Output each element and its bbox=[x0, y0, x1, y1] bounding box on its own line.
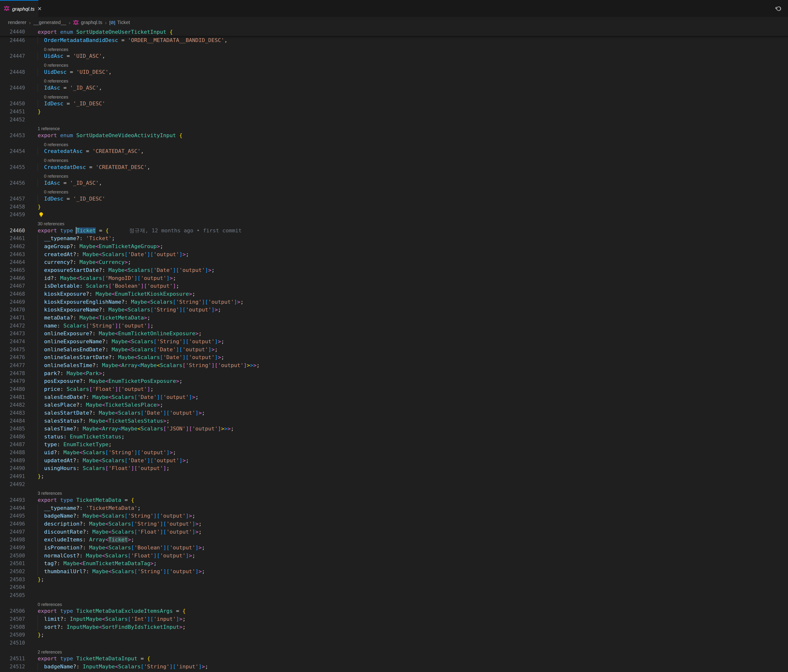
line-number[interactable]: 24474 bbox=[0, 338, 25, 346]
line-number[interactable]: 24503 bbox=[0, 575, 25, 584]
line-number[interactable]: 24471 bbox=[0, 314, 25, 322]
codelens-row[interactable]: 0 references bbox=[0, 187, 788, 195]
code-line[interactable]: 24501tag?: Maybe<EnumTicketMetaDataTag>; bbox=[0, 559, 788, 567]
code-line[interactable]: 24472name: Scalars['String']['output']; bbox=[0, 322, 788, 330]
codelens-row[interactable]: 0 references bbox=[0, 599, 788, 607]
line-number[interactable]: 24494 bbox=[0, 504, 25, 512]
code-editor[interactable]: 24440export enum SortUpdateOneUserTicket… bbox=[0, 28, 788, 672]
code-line[interactable]: 24479posExposure?: Maybe<EnumTicketPosEx… bbox=[0, 377, 788, 385]
line-number[interactable]: 24454 bbox=[0, 147, 25, 155]
line-number[interactable]: 24501 bbox=[0, 559, 25, 567]
line-number[interactable]: 24505 bbox=[0, 591, 25, 599]
line-number[interactable]: 24500 bbox=[0, 552, 25, 560]
codelens-row[interactable]: 0 references bbox=[0, 76, 788, 84]
code-line[interactable]: 24467isDeletable: Scalars['Boolean']['ou… bbox=[0, 282, 788, 290]
line-number[interactable]: 24466 bbox=[0, 274, 25, 282]
line-number[interactable]: 24450 bbox=[0, 100, 25, 108]
line-number[interactable]: 24490 bbox=[0, 464, 25, 472]
code-line[interactable]: 24484salesStatus?: Maybe<TicketSalesStat… bbox=[0, 417, 788, 425]
line-number[interactable]: 24487 bbox=[0, 441, 25, 449]
code-line[interactable]: 24483salesStartDate?: Maybe<Scalars['Dat… bbox=[0, 409, 788, 417]
code-line[interactable]: 24469kioskExposureEnglishName?: Maybe<Sc… bbox=[0, 298, 788, 306]
code-line[interactable]: 24489updatedAt?: Maybe<Scalars['Date']['… bbox=[0, 456, 788, 465]
code-line[interactable]: 24465exposureStartDate?: Maybe<Scalars['… bbox=[0, 266, 788, 274]
line-number[interactable]: 24447 bbox=[0, 52, 25, 60]
line-number[interactable]: 24476 bbox=[0, 353, 25, 361]
code-line[interactable]: 24457IdDesc = '_ID_DESC' bbox=[0, 195, 788, 203]
line-number[interactable]: 24496 bbox=[0, 520, 25, 528]
line-number[interactable]: 24459 bbox=[0, 211, 25, 219]
code-line[interactable]: 24463createdAt?: Maybe<Scalars['Date']['… bbox=[0, 250, 788, 258]
code-line[interactable]: 24464currency?: Maybe<Currency>; bbox=[0, 258, 788, 266]
line-number[interactable]: 24498 bbox=[0, 536, 25, 544]
discard-icon[interactable] bbox=[774, 5, 782, 13]
line-number[interactable]: 24483 bbox=[0, 409, 25, 417]
code-line[interactable]: 24453export enum SortUpdateOneVideoActiv… bbox=[0, 132, 788, 139]
line-number[interactable]: 24495 bbox=[0, 512, 25, 520]
line-number[interactable]: 24463 bbox=[0, 250, 25, 258]
codelens-row[interactable]: 3 references bbox=[0, 488, 788, 496]
line-number[interactable]: 24491 bbox=[0, 472, 25, 480]
code-line[interactable]: 24511export type TicketMetaDataInput = { bbox=[0, 655, 788, 663]
line-number[interactable]: 24472 bbox=[0, 322, 25, 330]
line-number[interactable]: 24507 bbox=[0, 615, 25, 623]
line-number[interactable]: 24509 bbox=[0, 631, 25, 639]
line-number[interactable]: 24457 bbox=[0, 195, 25, 203]
code-line[interactable]: 24488uid?: Maybe<Scalars['String']['outp… bbox=[0, 449, 788, 456]
empty-line[interactable]: 24510 bbox=[0, 639, 788, 647]
line-number[interactable]: 24499 bbox=[0, 544, 25, 552]
line-number[interactable]: 24486 bbox=[0, 433, 25, 441]
codelens-row[interactable]: 0 references bbox=[0, 44, 788, 52]
line-number[interactable]: 24460 bbox=[0, 227, 25, 235]
line-number[interactable]: 24449 bbox=[0, 84, 25, 92]
line-number[interactable]: 24458 bbox=[0, 203, 25, 211]
line-number[interactable]: 24470 bbox=[0, 306, 25, 314]
line-number[interactable]: 24478 bbox=[0, 369, 25, 377]
code-line[interactable]: 24494__typename?: 'TicketMetaData'; bbox=[0, 504, 788, 512]
code-line[interactable]: 24449IdAsc = '_ID_ASC', bbox=[0, 84, 788, 92]
line-number[interactable]: 24502 bbox=[0, 567, 25, 575]
codelens-row[interactable]: 0 references bbox=[0, 155, 788, 163]
code-line[interactable]: 24497discountRate?: Maybe<Scalars['Float… bbox=[0, 528, 788, 536]
code-line[interactable]: 24468kioskExposure?: Maybe<EnumTicketKio… bbox=[0, 290, 788, 298]
codelens-row[interactable]: 1 reference bbox=[0, 124, 788, 132]
code-line[interactable]: 24496description?: Maybe<Scalars['String… bbox=[0, 520, 788, 528]
line-number[interactable]: 24464 bbox=[0, 258, 25, 266]
line-number[interactable]: 24488 bbox=[0, 449, 25, 456]
code-line[interactable]: 24490usingHours: Scalars['Float']['outpu… bbox=[0, 464, 788, 472]
code-line[interactable]: 24461__typename?: 'Ticket'; bbox=[0, 235, 788, 242]
lightbulb-row[interactable]: 24459 bbox=[0, 211, 788, 219]
line-number[interactable]: 24482 bbox=[0, 401, 25, 409]
close-icon[interactable]: × bbox=[38, 6, 41, 12]
line-number[interactable]: 24481 bbox=[0, 393, 25, 401]
code-line[interactable]: 24499isPromotion?: Maybe<Scalars['Boolea… bbox=[0, 544, 788, 552]
line-number[interactable]: 24461 bbox=[0, 235, 25, 242]
code-line[interactable]: 24498excludeItems: Array<Ticket>; bbox=[0, 536, 788, 544]
code-line[interactable]: 24456IdAsc = '_ID_ASC', bbox=[0, 179, 788, 187]
code-line[interactable]: 24458} bbox=[0, 203, 788, 211]
code-line[interactable]: 24447UidAsc = 'UID_ASC', bbox=[0, 52, 788, 60]
line-number[interactable]: 24467 bbox=[0, 282, 25, 290]
line-number[interactable]: 24452 bbox=[0, 116, 25, 124]
line-number[interactable]: 24475 bbox=[0, 346, 25, 354]
code-line[interactable]: 24466id?: Maybe<Scalars['MongoID']['outp… bbox=[0, 274, 788, 282]
codelens-row[interactable]: 0 references bbox=[0, 60, 788, 68]
code-line[interactable]: 24500normalCost?: Maybe<Scalars['Float']… bbox=[0, 552, 788, 560]
line-number[interactable]: 24484 bbox=[0, 417, 25, 425]
code-line[interactable]: 24512badgeName?: InputMaybe<Scalars['Str… bbox=[0, 663, 788, 671]
code-line[interactable]: 24446OrderMetadataBandidDesc = 'ORDER__M… bbox=[0, 36, 788, 44]
code-line[interactable]: 24477onlineSalesTime?: Maybe<Array<Maybe… bbox=[0, 361, 788, 369]
code-line[interactable]: 24493export type TicketMetaData = { bbox=[0, 496, 788, 504]
code-line[interactable]: 24509}; bbox=[0, 631, 788, 639]
code-line[interactable]: 24491}; bbox=[0, 472, 788, 480]
code-line[interactable]: 24470kioskExposureName?: Maybe<Scalars['… bbox=[0, 306, 788, 314]
codelens-row[interactable]: 30 references bbox=[0, 219, 788, 227]
line-number[interactable]: 24508 bbox=[0, 623, 25, 631]
code-line[interactable]: 24486status: EnumTicketStatus; bbox=[0, 433, 788, 441]
code-line[interactable]: 24503}; bbox=[0, 575, 788, 584]
line-number[interactable]: 24465 bbox=[0, 266, 25, 274]
code-line[interactable]: 24508sort?: InputMaybe<SortFindByIdsTick… bbox=[0, 623, 788, 631]
line-number[interactable]: 24493 bbox=[0, 496, 25, 504]
line-number[interactable]: 24512 bbox=[0, 663, 25, 671]
breadcrumb-item-graphqlts[interactable]: graphql.ts bbox=[73, 20, 102, 25]
